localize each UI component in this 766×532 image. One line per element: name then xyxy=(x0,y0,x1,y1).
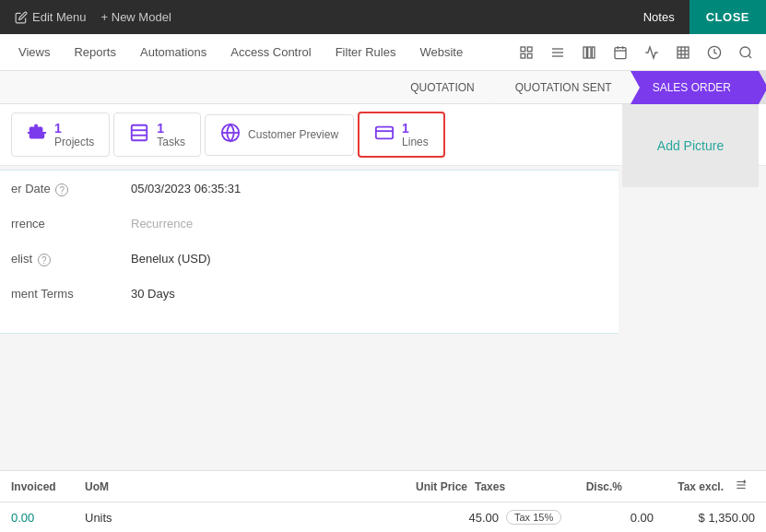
nav-bar: Views Reports Automations Access Control… xyxy=(0,34,766,71)
svg-rect-27 xyxy=(376,126,393,138)
svg-line-21 xyxy=(748,55,751,58)
picture-area[interactable]: Add Picture xyxy=(622,104,759,187)
nav-icons xyxy=(513,40,759,65)
smart-btn-tasks[interactable]: 1 Tasks xyxy=(113,112,201,157)
nav-item-website[interactable]: Website xyxy=(408,34,474,71)
td-disc: 0.00 xyxy=(580,511,654,525)
order-date-label: er Date ? xyxy=(11,182,131,196)
nav-item-filter-rules[interactable]: Filter Rules xyxy=(324,34,407,71)
th-taxes: Taxes xyxy=(475,480,548,493)
projects-icon xyxy=(27,123,47,148)
edit-icon xyxy=(15,11,28,24)
tasks-label: 1 Tasks xyxy=(157,121,185,148)
td-invoiced: 0.00 xyxy=(11,511,85,525)
svg-rect-8 xyxy=(588,47,591,58)
nav-item-reports[interactable]: Reports xyxy=(63,34,127,71)
notes-button[interactable]: Notes xyxy=(629,0,689,34)
icon-table[interactable] xyxy=(670,40,696,65)
table-header: Invoiced UoM Unit Price Taxes Disc.% Tax… xyxy=(0,471,766,502)
th-settings-icon[interactable] xyxy=(727,479,755,494)
td-tax-excl: $ 1,350.00 xyxy=(654,511,755,525)
status-step-sales-order[interactable]: SALES ORDER xyxy=(630,71,759,104)
svg-rect-10 xyxy=(615,47,626,58)
customer-preview-icon xyxy=(220,123,241,148)
form-row-pricelist: elist ? Benelux (USD) xyxy=(11,252,462,278)
tasks-icon xyxy=(129,123,149,148)
new-model-button[interactable]: + New Model xyxy=(101,10,171,24)
svg-rect-7 xyxy=(583,47,586,58)
svg-point-20 xyxy=(740,47,750,57)
table-section: Invoiced UoM Unit Price Taxes Disc.% Tax… xyxy=(0,470,766,532)
svg-rect-14 xyxy=(678,47,689,58)
lines-icon xyxy=(374,123,395,148)
td-taxes: Tax 15% xyxy=(506,510,580,525)
form-row-order-date: er Date ? 05/03/2023 06:35:31 xyxy=(11,182,462,207)
lines-label: 1 Lines xyxy=(402,121,429,148)
td-unit-price: 45.00 xyxy=(407,511,499,525)
table-row: 0.00 Units 45.00 Tax 15% 0.00 $ 1,350.00 xyxy=(0,502,766,532)
th-tax-excl: Tax excl. xyxy=(622,480,724,493)
svg-rect-22 xyxy=(132,124,147,140)
smart-btn-customer-preview[interactable]: Customer Preview xyxy=(205,114,354,156)
form-row-payment-terms: ment Terms 30 Days xyxy=(11,287,462,313)
icon-clock[interactable] xyxy=(701,40,727,65)
icon-calendar[interactable] xyxy=(607,40,633,65)
svg-rect-2 xyxy=(521,53,525,58)
top-bar-left: Edit Menu + New Model xyxy=(0,10,629,24)
status-bar: QUOTATION QUOTATION SENT SALES ORDER xyxy=(0,71,766,104)
form-section: er Date ? 05/03/2023 06:35:31 rrence Rec… xyxy=(0,170,619,334)
icon-search[interactable] xyxy=(733,40,759,65)
projects-label: 1 Projects xyxy=(54,121,94,148)
form-row-recurrence: rrence Recurrence xyxy=(11,217,462,242)
nav-item-access-control[interactable]: Access Control xyxy=(219,34,322,71)
icon-columns[interactable] xyxy=(576,40,602,65)
svg-rect-0 xyxy=(521,47,525,52)
icon-list[interactable] xyxy=(545,40,571,65)
top-bar-right: Notes CLOSE xyxy=(629,0,766,34)
order-date-help: ? xyxy=(55,183,68,196)
icon-chart[interactable] xyxy=(639,40,665,65)
recurrence-label: rrence xyxy=(11,217,131,231)
smart-btn-projects[interactable]: 1 Projects xyxy=(11,112,110,157)
th-invoiced: Invoiced xyxy=(11,480,85,493)
recurrence-value[interactable]: Recurrence xyxy=(131,217,193,231)
status-step-quotation-sent[interactable]: QUOTATION SENT xyxy=(493,71,630,104)
order-date-value[interactable]: 05/03/2023 06:35:31 xyxy=(131,182,241,195)
svg-rect-9 xyxy=(592,47,595,58)
top-bar: Edit Menu + New Model Notes CLOSE xyxy=(0,0,766,34)
payment-terms-value[interactable]: 30 Days xyxy=(131,287,175,301)
th-disc: Disc.% xyxy=(548,480,622,493)
payment-terms-label: ment Terms xyxy=(11,287,131,301)
close-button[interactable]: CLOSE xyxy=(689,0,766,34)
th-uom: UoM xyxy=(85,480,159,493)
svg-rect-3 xyxy=(527,53,532,58)
th-unit-price: Unit Price xyxy=(375,480,467,493)
pricelist-help: ? xyxy=(38,254,51,266)
pricelist-label: elist ? xyxy=(11,252,131,266)
status-steps: QUOTATION QUOTATION SENT SALES ORDER xyxy=(392,71,759,104)
svg-rect-1 xyxy=(527,47,532,52)
icon-grid[interactable] xyxy=(513,40,539,65)
customer-preview-label: Customer Preview xyxy=(248,128,338,141)
nav-item-views[interactable]: Views xyxy=(7,34,61,71)
status-step-quotation[interactable]: QUOTATION xyxy=(392,71,493,104)
nav-item-automations[interactable]: Automations xyxy=(129,34,218,71)
smart-btn-lines[interactable]: 1 Lines xyxy=(358,112,445,158)
pricelist-value[interactable]: Benelux (USD) xyxy=(131,252,211,266)
tax-badge: Tax 15% xyxy=(506,510,561,525)
td-uom: Units xyxy=(85,511,159,525)
edit-menu-button[interactable]: Edit Menu xyxy=(15,10,87,24)
